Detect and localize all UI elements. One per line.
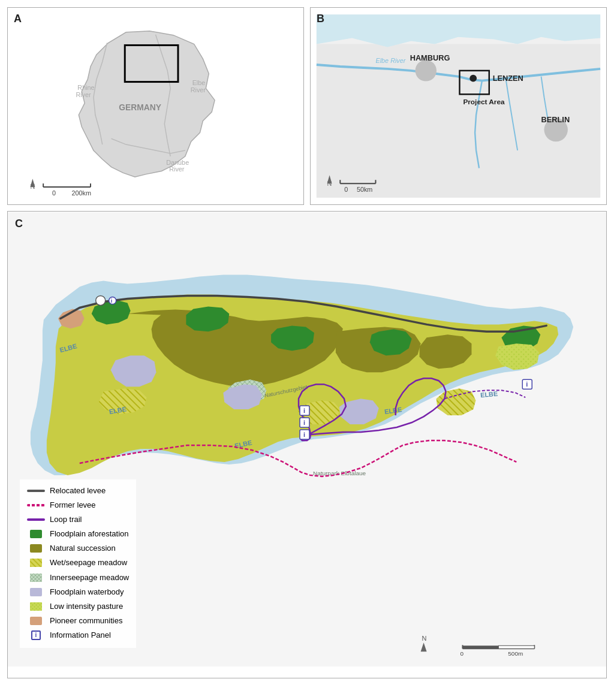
svg-text:Elbe River: Elbe River [375, 57, 405, 64]
svg-rect-71 [30, 559, 42, 567]
legend-item-wet-meadow: Wet/seepage meadow [27, 556, 129, 569]
svg-point-16 [416, 60, 437, 81]
svg-text:Rhine: Rhine [77, 84, 94, 91]
svg-text:Elbe: Elbe [192, 79, 206, 86]
inner-meadow-hatch-svg [30, 574, 42, 582]
legend-item-natural-succession: Natural succession [27, 542, 129, 555]
svg-text:BERLIN: BERLIN [541, 115, 570, 124]
svg-text:50km: 50km [357, 186, 372, 193]
svg-text:i: i [303, 431, 305, 438]
legend-label-low-intensity: Low intensity pasture [50, 600, 123, 613]
panel-a-label: A [14, 13, 22, 25]
svg-text:River: River [76, 91, 91, 98]
svg-text:LENZEN: LENZEN [493, 74, 523, 83]
legend-label-natural-succession: Natural succession [50, 542, 116, 555]
svg-text:i: i [303, 419, 305, 426]
legend-item-floodplain-water: Floodplain waterbody [27, 586, 129, 599]
svg-text:GERMANY: GERMANY [119, 103, 161, 112]
info-panel-icon: i [31, 630, 41, 640]
legend-symbol-info-panel: i [27, 631, 45, 639]
svg-text:0: 0 [460, 650, 463, 657]
legend-item-loop-trail: Loop trail [27, 513, 129, 526]
legend-label-inner-meadow: Innerseepage meadow [50, 571, 129, 584]
legend-label-floodplain-aforestation: Floodplain aforestation [50, 527, 129, 541]
legend-label-relocated-levee: Relocated levee [50, 484, 106, 497]
legend-label-wet-meadow: Wet/seepage meadow [50, 556, 127, 569]
svg-text:i: i [303, 407, 305, 414]
regional-map-svg: HAMBURG BERLIN LENZEN Project Area Elbe … [311, 8, 606, 204]
svg-rect-75 [30, 574, 42, 582]
svg-point-56 [96, 295, 106, 305]
svg-point-18 [469, 75, 477, 82]
panel-c-label: C [15, 218, 23, 230]
legend-item-floodplain-aforestation: Floodplain aforestation [27, 527, 129, 541]
svg-text:N: N [422, 635, 427, 642]
legend-symbol-wet-meadow [27, 559, 45, 567]
legend-symbol-relocated-levee [27, 487, 45, 495]
svg-rect-66 [498, 645, 534, 648]
wet-meadow-hatch-svg [30, 559, 42, 567]
legend-label-info-panel: Information Panel [50, 629, 111, 642]
germany-map-svg: GERMANY Rhine River Elbe River Danube Ri… [8, 8, 303, 204]
legend-symbol-inner-meadow [27, 574, 45, 582]
main-container: A GERMANY Rhine [0, 0, 614, 686]
legend-symbol-loop-trail [27, 515, 45, 524]
svg-text:i: i [111, 298, 112, 304]
legend-symbol-low-intensity [27, 602, 45, 611]
svg-point-57 [109, 297, 116, 304]
legend-symbol-former-levee [27, 501, 45, 509]
svg-text:River: River [191, 86, 206, 93]
svg-text:Danube: Danube [166, 159, 189, 166]
svg-text:500m: 500m [508, 650, 523, 657]
panel-a: A GERMANY Rhine [7, 7, 304, 205]
svg-text:Naturpark        Elbtalaue: Naturpark Elbtalaue [313, 470, 366, 476]
legend-label-floodplain-water: Floodplain waterbody [50, 586, 124, 599]
legend-label-loop-trail: Loop trail [50, 513, 82, 526]
svg-rect-65 [462, 645, 498, 648]
svg-rect-79 [30, 602, 42, 611]
legend-symbol-pioneer [27, 617, 45, 625]
legend-symbol-floodplain-water [27, 588, 45, 596]
legend-label-former-levee: Former levee [50, 499, 96, 512]
legend-symbol-floodplain-aforestation [27, 530, 45, 538]
svg-text:Project Area: Project Area [463, 98, 505, 106]
low-pasture-hatch-svg [30, 602, 42, 611]
legend-item-former-levee: Former levee [27, 499, 129, 512]
legend-item-relocated-levee: Relocated levee [27, 484, 129, 497]
svg-text:River: River [169, 165, 185, 173]
svg-text:HAMBURG: HAMBURG [410, 53, 450, 62]
panel-b: B [310, 7, 607, 205]
panel-b-label: B [317, 13, 324, 25]
svg-text:0: 0 [344, 186, 348, 193]
legend-item-info-panel: i Information Panel [27, 629, 129, 642]
legend-label-pioneer: Pioneer communities [50, 614, 122, 627]
legend-item-pioneer: Pioneer communities [27, 614, 129, 627]
svg-text:200km: 200km [71, 189, 91, 197]
svg-text:i: i [526, 381, 528, 388]
top-row: A GERMANY Rhine [7, 7, 607, 205]
svg-text:0: 0 [52, 189, 56, 197]
legend-item-low-intensity: Low intensity pasture [27, 600, 129, 613]
legend-symbol-natural-succession [27, 544, 45, 553]
panel-c: C [7, 211, 607, 678]
legend-item-inner-meadow: Innerseepage meadow [27, 571, 129, 584]
legend: Relocated levee Former levee Loop trail … [20, 479, 136, 648]
